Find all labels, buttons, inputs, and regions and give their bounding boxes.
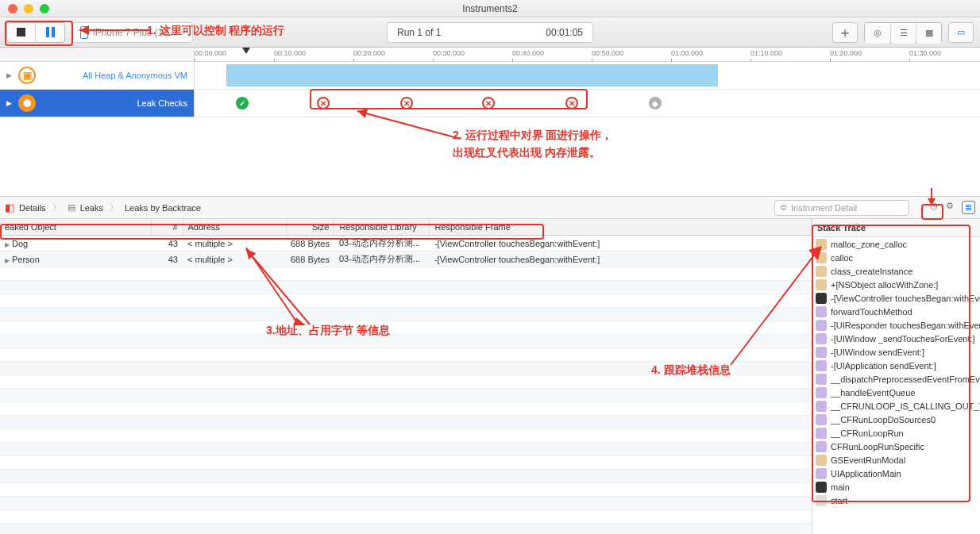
table-row[interactable]: ▶Person43< multiple >688 Bytes03-动态内存分析测… xyxy=(0,252,812,267)
breadcrumb-details[interactable]: Details xyxy=(19,203,46,213)
ruler-tick: 01:30.000 xyxy=(909,49,941,57)
strategy-icon[interactable]: ◎ xyxy=(865,23,890,44)
stack-frame[interactable]: __handleEventQueue xyxy=(812,386,980,399)
stack-frame[interactable]: -[ViewController touchesBegan:withEvent:… xyxy=(812,291,980,305)
frame-icon xyxy=(816,495,827,506)
col-frame[interactable]: Responsible Frame xyxy=(430,219,812,236)
ruler-tick: 00:10.000 xyxy=(274,49,306,57)
leak-fail-icon[interactable]: ✕ xyxy=(317,97,330,109)
right-toolbar: ＋ ◎ ☰ ▦ ▭ xyxy=(832,22,974,43)
stack-frame[interactable]: __dispatchPreprocessedEventFromEventQueu… xyxy=(812,372,980,386)
frame-label: -[UIResponder touchesBegan:withEvent:] xyxy=(831,321,980,330)
allocations-track[interactable]: ▶ ▣ All Heap & Anonymous VM xyxy=(0,62,980,90)
detail-bar: ◧ Details 〉 ▤ Leaks 〉 Leaks by Backtrace… xyxy=(0,197,980,219)
ruler-tick: 00:20.000 xyxy=(353,49,385,57)
col-object[interactable]: eaked Object xyxy=(0,219,151,236)
stop-icon xyxy=(17,28,25,36)
frame-label: forwardTouchMethod xyxy=(831,307,912,317)
leak-fail-icon[interactable]: ✕ xyxy=(565,97,578,109)
gear-icon[interactable]: ⚙ xyxy=(946,201,954,214)
breadcrumb-backtrace[interactable]: Leaks by Backtrace xyxy=(125,203,201,213)
leak-fail-icon[interactable]: ✕ xyxy=(482,97,495,109)
device-target[interactable]: iPhone 7 Plus (10... › xyxy=(71,22,193,43)
leaks-label: Leak Checks xyxy=(137,98,187,108)
stack-frame[interactable]: __CFRUNLOOP_IS_CALLING_OUT_TO_A_SOURCE0_… xyxy=(812,399,980,413)
stack-frame[interactable]: +[NSObject allocWithZone:] xyxy=(812,278,980,291)
col-address[interactable]: Address xyxy=(183,219,286,236)
col-size[interactable]: Size xyxy=(286,219,334,236)
stack-frame[interactable]: forwardTouchMethod xyxy=(812,305,980,318)
zoom-window[interactable] xyxy=(40,4,49,13)
close-window[interactable] xyxy=(8,4,17,13)
playhead-icon[interactable] xyxy=(242,48,250,54)
leaks-graph: ✓✕✕✕✕◆ xyxy=(195,90,980,117)
frame-icon xyxy=(816,252,827,263)
timeline-ruler[interactable]: 00:00.00000:10.00000:20.00000:30.00000:4… xyxy=(0,48,980,62)
stack-frame[interactable]: malloc_zone_calloc xyxy=(812,237,980,251)
search-input[interactable]: ⊜ Instrument Detail xyxy=(774,200,909,216)
ruler-tick: 00:30.000 xyxy=(433,49,465,57)
frame-label: calloc xyxy=(831,253,853,263)
minimize-window[interactable] xyxy=(24,4,33,13)
frame-icon xyxy=(816,320,827,331)
col-count[interactable]: # xyxy=(151,219,183,236)
frame-label: start xyxy=(831,496,847,505)
frame-icon xyxy=(816,455,827,466)
allocations-graph xyxy=(226,64,718,86)
stack-frame[interactable]: __CFRunLoopDoSources0 xyxy=(812,413,980,426)
run-status[interactable]: Run 1 of 1 00:01:05 xyxy=(387,22,593,43)
leak-pending-icon[interactable]: ◆ xyxy=(649,97,662,109)
record-button[interactable] xyxy=(7,23,36,42)
grid-view-icon[interactable]: ▦ xyxy=(916,23,941,44)
frame-label: CFRunLoopRunSpecific xyxy=(831,442,924,451)
timeline-spacer xyxy=(0,117,980,197)
col-lib[interactable]: Responsible Library xyxy=(334,219,430,236)
frame-icon xyxy=(816,374,827,385)
stack-frame[interactable]: GSEventRunModal xyxy=(812,453,980,467)
leak-ok-icon[interactable]: ✓ xyxy=(236,97,249,109)
stack-frame[interactable]: __CFRunLoopRun xyxy=(812,426,980,440)
stack-frame[interactable]: -[UIApplication sendEvent:] xyxy=(812,359,980,372)
run-label: Run 1 of 1 xyxy=(397,27,441,38)
view-mode-icon[interactable]: ▤ xyxy=(68,202,75,213)
stack-frame[interactable]: calloc xyxy=(812,251,980,264)
table-row[interactable]: ▶Dog43< multiple >688 Bytes03-动态内存分析测...… xyxy=(0,236,812,252)
breadcrumb-leaks[interactable]: Leaks xyxy=(80,203,103,213)
ruler-tick: 00:00.000 xyxy=(195,49,226,57)
list-view-icon[interactable]: ☰ xyxy=(890,23,916,44)
stack-frame[interactable]: UIApplicationMain xyxy=(812,467,980,480)
frame-label: __CFRunLoopRun xyxy=(831,428,904,438)
leak-fail-icon[interactable]: ✕ xyxy=(400,97,413,109)
add-button[interactable]: ＋ xyxy=(832,22,858,43)
leaks-track[interactable]: ▶ ⬢ Leak Checks ✓✕✕✕✕◆ xyxy=(0,90,980,117)
disclosure-icon[interactable]: ▶ xyxy=(6,99,12,107)
table-header[interactable]: eaked Object # Address Size Responsible … xyxy=(0,219,812,236)
frame-icon xyxy=(816,279,827,290)
stack-frame[interactable]: main xyxy=(812,480,980,494)
pause-icon xyxy=(46,27,55,37)
disclosure-icon[interactable]: ▶ xyxy=(6,71,12,79)
stack-frame[interactable]: class_createInstance xyxy=(812,264,980,278)
frame-icon xyxy=(816,441,827,452)
window-title: Instruments2 xyxy=(462,3,517,14)
stack-frame[interactable]: start xyxy=(812,494,980,507)
stack-title: Stack Trace xyxy=(812,219,980,237)
ruler-gutter xyxy=(0,48,195,61)
ruler-tick: 01:10.000 xyxy=(750,49,782,57)
frame-label: __handleEventQueue xyxy=(831,388,915,398)
leaks-table-area: eaked Object # Address Size Responsible … xyxy=(0,219,812,534)
ruler-tick: 00:50.000 xyxy=(592,49,623,57)
stack-frame[interactable]: -[UIWindow _sendTouchesForEvent:] xyxy=(812,332,980,345)
stack-frame[interactable]: -[UIResponder touchesBegan:withEvent:] xyxy=(812,318,980,332)
detail-menu-icon[interactable]: ◧ xyxy=(5,202,14,213)
stack-frame[interactable]: CFRunLoopRunSpecific xyxy=(812,440,980,453)
ruler-tick: 01:20.000 xyxy=(830,49,862,57)
inspector-button[interactable]: ▭ xyxy=(948,22,974,43)
frame-label: main xyxy=(831,482,850,492)
stack-icon[interactable]: ≣ xyxy=(962,201,975,214)
device-label: iPhone 7 Plus (10... xyxy=(93,27,176,38)
pause-button[interactable] xyxy=(36,23,64,42)
frame-icon xyxy=(816,347,827,358)
stack-frame[interactable]: -[UIWindow sendEvent:] xyxy=(812,345,980,359)
timeline-icon[interactable]: ◷ xyxy=(930,201,938,214)
